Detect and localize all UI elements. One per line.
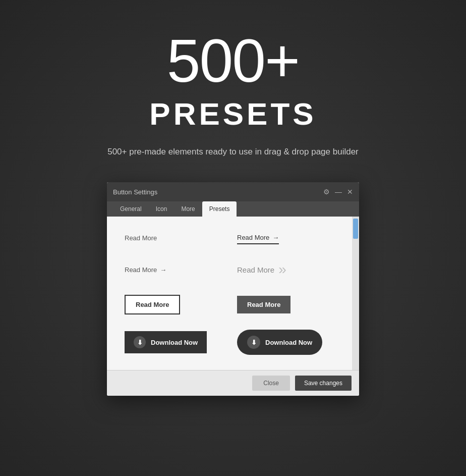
scrollbar-thumb[interactable]	[353, 219, 358, 239]
preset-cell-plain-1: Read More	[117, 227, 229, 249]
dialog-content: Read More Read More → Read More →	[107, 217, 359, 370]
preset-button-outline-dark[interactable]: Read More	[125, 295, 180, 314]
close-button[interactable]: Close	[252, 376, 290, 391]
tab-presets[interactable]: Presets	[202, 201, 237, 217]
btn-label: Download Now	[151, 339, 198, 346]
double-arrow-icon: »	[278, 261, 282, 278]
dialog-tabs: General Icon More Presets	[107, 201, 359, 217]
tab-more[interactable]: More	[174, 201, 202, 217]
tab-general[interactable]: General	[113, 201, 149, 217]
download-icon-dark: ⬇	[247, 336, 260, 349]
preset-button-double-arrow[interactable]: Read More »	[237, 259, 282, 280]
btn-label: Read More	[125, 266, 157, 274]
btn-label: Read More	[237, 234, 269, 241]
preset-cell-outline-dark: Read More	[117, 290, 229, 320]
arrow-icon: →	[272, 234, 279, 241]
presets-scroll-area: Read More Read More → Read More →	[107, 217, 352, 370]
preset-cell-arrow-right: Read More →	[117, 254, 229, 285]
dialog-window: Button Settings ⚙ — ✕ General Icon More …	[107, 182, 359, 396]
download-icon-light: ⬇	[134, 336, 146, 348]
hero-subtitle: 500+ pre-made elements ready to use in d…	[107, 147, 359, 157]
hero-number: 500+	[167, 30, 299, 91]
preset-cell-download-dark: ⬇ Download Now	[229, 325, 342, 360]
preset-button-download-dark[interactable]: ⬇ Download Now	[237, 330, 322, 355]
btn-label: Download Now	[265, 339, 312, 346]
btn-label: Read More	[237, 266, 274, 274]
preset-button-plain-text-1[interactable]: Read More	[125, 232, 157, 244]
dialog-title: Button Settings	[113, 188, 157, 196]
minimize-icon[interactable]: —	[335, 188, 342, 196]
preset-cell-filled-dark: Read More	[229, 290, 342, 320]
dialog-controls: ⚙ — ✕	[323, 188, 353, 196]
save-button[interactable]: Save changes	[295, 376, 352, 391]
scrollbar-track[interactable]	[352, 217, 359, 370]
preset-cell-double-arrow: Read More »	[229, 254, 342, 285]
close-icon[interactable]: ✕	[347, 188, 353, 196]
preset-button-arrow-right[interactable]: Read More →	[125, 264, 166, 276]
preset-button-underline-arrow[interactable]: Read More →	[237, 232, 279, 244]
dialog-footer: Close Save changes	[107, 370, 359, 396]
tab-icon[interactable]: Icon	[149, 201, 174, 217]
hero-title: PRESETS	[149, 96, 316, 132]
arrow-icon: →	[160, 266, 166, 274]
preset-button-filled-dark[interactable]: Read More	[237, 296, 290, 313]
preset-cell-download-light: ⬇ Download Now	[117, 325, 229, 360]
dialog-titlebar: Button Settings ⚙ — ✕	[107, 182, 359, 201]
preset-cell-underline-arrow: Read More →	[229, 227, 342, 249]
settings-icon[interactable]: ⚙	[323, 188, 330, 196]
presets-grid: Read More Read More → Read More →	[117, 227, 342, 360]
preset-button-download-light[interactable]: ⬇ Download Now	[125, 331, 207, 353]
